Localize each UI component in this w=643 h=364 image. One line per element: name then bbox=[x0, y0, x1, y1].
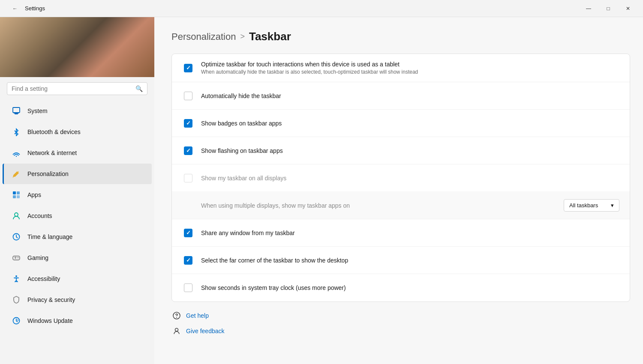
privacy-icon bbox=[11, 295, 21, 305]
titlebar: ← Settings — □ ✕ bbox=[0, 0, 643, 17]
checkbox-area-show-badges bbox=[182, 119, 194, 128]
setting-row-all-displays: Show my taskbar on all displays bbox=[172, 164, 630, 192]
personalization-icon bbox=[11, 169, 21, 179]
svg-rect-0 bbox=[13, 107, 20, 113]
setting-text-share-window: Share any window from my taskbar bbox=[201, 230, 619, 236]
maximize-button[interactable]: □ bbox=[598, 2, 618, 15]
checkbox-touch-optimize[interactable] bbox=[184, 64, 192, 72]
checkbox-far-corner[interactable] bbox=[184, 256, 192, 265]
checkbox-show-flashing[interactable] bbox=[184, 146, 192, 155]
checkbox-area-show-flashing bbox=[182, 146, 194, 155]
gaming-icon bbox=[11, 253, 21, 263]
footer-link-label-give-feedback: Give feedback bbox=[186, 328, 225, 334]
checkbox-area-far-corner bbox=[182, 256, 194, 265]
back-button[interactable]: ← bbox=[5, 2, 25, 15]
apps-icon bbox=[11, 190, 21, 200]
checkbox-share-window[interactable] bbox=[184, 229, 192, 237]
accounts-icon bbox=[11, 211, 21, 221]
setting-label-show-seconds: Show seconds in system tray clock (uses … bbox=[201, 284, 619, 291]
svg-rect-7 bbox=[17, 195, 20, 198]
footer-links: Get helpGive feedback bbox=[171, 310, 630, 336]
close-button[interactable]: ✕ bbox=[618, 2, 638, 15]
settings-card: Optimize taskbar for touch interactions … bbox=[171, 54, 630, 302]
breadcrumb-parent[interactable]: Personalization bbox=[171, 31, 236, 42]
setting-row-share-window: Share any window from my taskbar bbox=[172, 219, 630, 247]
time-icon bbox=[11, 232, 21, 242]
footer-link-give-feedback[interactable]: Give feedback bbox=[171, 326, 630, 336]
sidebar-item-label-gaming: Gaming bbox=[27, 254, 48, 261]
checkbox-auto-hide[interactable] bbox=[184, 92, 192, 100]
checkbox-area-all-displays bbox=[182, 174, 194, 182]
sidebar-item-bluetooth[interactable]: Bluetooth & devices bbox=[3, 122, 152, 142]
minimize-button[interactable]: — bbox=[579, 2, 598, 15]
setting-label-share-window: Share any window from my taskbar bbox=[201, 230, 619, 236]
svg-rect-2 bbox=[14, 113, 19, 113]
sidebar-item-gaming[interactable]: Gaming bbox=[3, 248, 152, 268]
setting-label-all-displays: Show my taskbar on all displays bbox=[201, 175, 619, 182]
sidebar-item-apps[interactable]: Apps bbox=[3, 185, 152, 205]
setting-sublabel-touch-optimize: When automatically hide the taskbar is a… bbox=[201, 69, 619, 75]
sidebar-item-update[interactable]: Windows Update bbox=[3, 310, 152, 331]
window-controls: — □ ✕ bbox=[579, 2, 638, 15]
setting-text-multiple-displays: When using multiple displays, show my ta… bbox=[201, 202, 557, 209]
sidebar-search-area: 🔍 bbox=[0, 77, 154, 100]
setting-label-touch-optimize: Optimize taskbar for touch interactions … bbox=[201, 61, 619, 68]
sidebar-item-system[interactable]: System bbox=[3, 101, 152, 121]
search-input[interactable] bbox=[12, 85, 132, 92]
setting-row-multiple-displays: When using multiple displays, show my ta… bbox=[172, 192, 630, 219]
svg-point-13 bbox=[15, 275, 17, 277]
sidebar-item-label-update: Windows Update bbox=[27, 317, 73, 324]
app-body: 🔍 SystemBluetooth & devicesNetwork & int… bbox=[0, 17, 643, 364]
svg-point-8 bbox=[15, 213, 18, 216]
svg-point-11 bbox=[17, 257, 18, 258]
sidebar-item-label-accounts: Accounts bbox=[27, 212, 52, 219]
search-box[interactable]: 🔍 bbox=[7, 82, 147, 95]
setting-label-far-corner: Select the far corner of the taskbar to … bbox=[201, 257, 619, 264]
breadcrumb-separator: > bbox=[240, 32, 245, 41]
sidebar-item-accessibility[interactable]: Accessibility bbox=[3, 269, 152, 289]
svg-point-3 bbox=[16, 156, 17, 157]
setting-text-touch-optimize: Optimize taskbar for touch interactions … bbox=[201, 61, 619, 75]
svg-rect-5 bbox=[17, 191, 20, 194]
get-help-icon bbox=[171, 310, 182, 321]
sidebar-item-label-network: Network & internet bbox=[27, 149, 77, 156]
sidebar-item-time[interactable]: Time & language bbox=[3, 227, 152, 247]
svg-rect-4 bbox=[13, 191, 16, 194]
checkbox-show-seconds[interactable] bbox=[184, 283, 192, 292]
svg-rect-1 bbox=[15, 113, 18, 114]
setting-text-all-displays: Show my taskbar on all displays bbox=[201, 175, 619, 182]
setting-label-show-badges: Show badges on taskbar apps bbox=[201, 120, 619, 127]
sidebar-item-label-time: Time & language bbox=[27, 233, 72, 240]
dropdown-multiple-displays[interactable]: All taskbars▾ bbox=[564, 199, 619, 212]
sidebar-item-personalization[interactable]: Personalization bbox=[3, 164, 152, 184]
checkbox-show-badges[interactable] bbox=[184, 119, 192, 128]
accessibility-icon bbox=[11, 274, 21, 284]
setting-label-show-flashing: Show flashing on taskbar apps bbox=[201, 147, 619, 154]
setting-row-show-flashing: Show flashing on taskbar apps bbox=[172, 137, 630, 164]
give-feedback-icon bbox=[171, 326, 182, 336]
checkbox-all-displays[interactable] bbox=[184, 174, 192, 182]
checkbox-area-auto-hide bbox=[182, 92, 194, 100]
titlebar-title: Settings bbox=[25, 5, 45, 12]
search-icon: 🔍 bbox=[135, 85, 143, 92]
setting-text-far-corner: Select the far corner of the taskbar to … bbox=[201, 257, 619, 264]
footer-link-label-get-help: Get help bbox=[186, 312, 209, 319]
setting-text-show-badges: Show badges on taskbar apps bbox=[201, 120, 619, 127]
svg-rect-6 bbox=[13, 195, 16, 198]
svg-point-16 bbox=[176, 317, 177, 318]
setting-text-show-flashing: Show flashing on taskbar apps bbox=[201, 147, 619, 154]
chevron-down-icon: ▾ bbox=[611, 202, 614, 209]
checkbox-area-show-seconds bbox=[182, 283, 194, 292]
main-content: Personalization > Taskbar Optimize taskb… bbox=[154, 17, 643, 364]
sidebar-item-label-system: System bbox=[27, 107, 48, 114]
checkbox-area-share-window bbox=[182, 229, 194, 237]
sidebar-item-accounts[interactable]: Accounts bbox=[3, 206, 152, 226]
setting-row-far-corner: Select the far corner of the taskbar to … bbox=[172, 247, 630, 274]
sidebar-item-label-accessibility: Accessibility bbox=[27, 275, 60, 282]
svg-point-17 bbox=[175, 328, 178, 331]
sidebar-item-label-bluetooth: Bluetooth & devices bbox=[27, 128, 81, 135]
footer-link-get-help[interactable]: Get help bbox=[171, 310, 630, 321]
sidebar-item-label-personalization: Personalization bbox=[27, 170, 69, 177]
sidebar-item-privacy[interactable]: Privacy & security bbox=[3, 289, 152, 310]
sidebar-item-network[interactable]: Network & internet bbox=[3, 143, 152, 163]
